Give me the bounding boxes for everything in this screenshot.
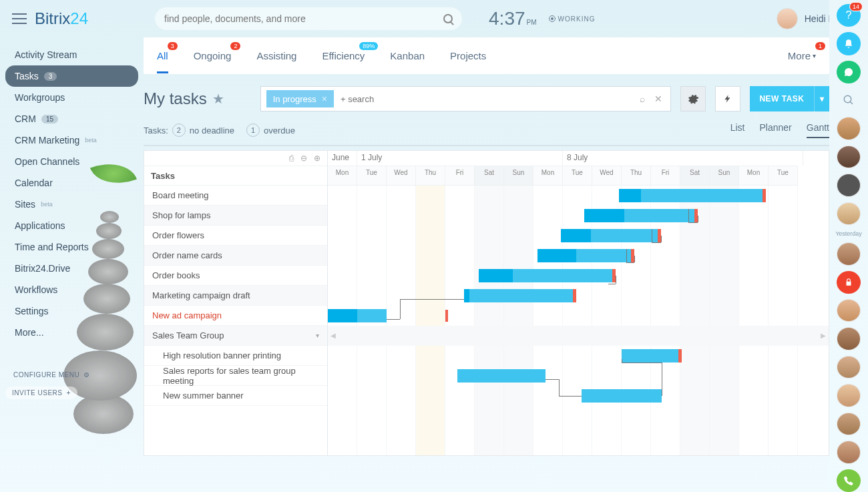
contact-avatar-10[interactable]	[837, 413, 861, 435]
settings-button[interactable]	[680, 86, 706, 111]
configure-menu-button[interactable]: CONFIGURE MENU ⚙	[5, 367, 138, 383]
gantt-link	[608, 284, 616, 284]
gantt-bar[interactable]	[582, 389, 662, 403]
hamburger-icon[interactable]	[12, 13, 27, 24]
gantt-link	[634, 256, 635, 262]
phone-icon[interactable]	[837, 469, 861, 492]
sidebar-item-activity-stream[interactable]: Activity Stream	[5, 44, 138, 65]
topbar: Bitrix24 4:37PM WORKING Heidi Ling ▾	[0, 0, 868, 37]
zoom-out-icon[interactable]: ⊖	[300, 154, 307, 166]
gantt-bar[interactable]	[457, 369, 546, 383]
task-row[interactable]: Marketing campaign draft	[144, 286, 327, 306]
task-row[interactable]: Sales reports for sales team group meeti…	[144, 366, 327, 386]
filter-search-input[interactable]	[338, 91, 633, 107]
star-icon[interactable]: ★	[212, 91, 224, 107]
chip-close-icon[interactable]: ×	[322, 93, 327, 104]
task-row[interactable]: Order flowers	[144, 226, 327, 246]
gantt-bar[interactable]	[464, 289, 576, 302]
sidebar-item-settings[interactable]: Settings	[5, 300, 138, 322]
task-row[interactable]: Board meeting	[144, 186, 327, 206]
contact-avatar-4[interactable]	[837, 202, 861, 225]
task-row[interactable]: High resolution banner printing	[144, 346, 327, 366]
tabs-more[interactable]: More ▾1	[788, 38, 816, 73]
search-rail-icon[interactable]	[837, 89, 861, 111]
tab-efficiency[interactable]: Efficiency89%	[322, 38, 365, 73]
sidebar-item-calendar[interactable]: Calendar	[5, 172, 138, 194]
task-row[interactable]: Sales Team Group▾	[144, 326, 327, 346]
global-search-input[interactable]	[164, 13, 443, 24]
sidebar-item-sites[interactable]: Sitesbeta	[5, 194, 138, 215]
sidebar-item-crm-marketing[interactable]: CRM Marketingbeta	[5, 130, 138, 151]
invite-users-button[interactable]: INVITE USERS +	[5, 387, 77, 399]
contact-avatar-9[interactable]	[837, 384, 861, 407]
no-deadline-link[interactable]: no deadline	[190, 126, 234, 136]
month-label: 8 July	[563, 151, 803, 166]
filter-box[interactable]: In progress× ⌕ ✕	[260, 86, 672, 111]
overdue-count[interactable]: 1	[246, 124, 260, 137]
no-deadline-count[interactable]: 2	[172, 124, 186, 137]
toolbar: My tasks★ In progress× ⌕ ✕ NEW TASK▾	[144, 86, 829, 111]
gantt-bar[interactable]	[622, 349, 682, 362]
tab-assisting[interactable]: Assisting	[256, 38, 296, 73]
help-icon[interactable]: ?14	[837, 4, 861, 27]
logo[interactable]: Bitrix24	[35, 9, 88, 28]
contact-avatar-11[interactable]	[837, 441, 861, 463]
tab-projects[interactable]: Projects	[450, 38, 486, 73]
gantt-bar[interactable]	[619, 189, 766, 202]
filter-chip[interactable]: In progress×	[266, 90, 334, 107]
gantt-timeline[interactable]: June1 July8 July MonTueWedThuFriSatSunMo…	[328, 151, 829, 455]
contact-avatar-1[interactable]	[837, 117, 861, 140]
view-list[interactable]: List	[730, 122, 745, 138]
sidebar-item-bitrix24-drive[interactable]: Bitrix24.Drive	[5, 258, 138, 279]
sidebar-item-time-and-reports[interactable]: Time and Reports	[5, 236, 138, 258]
contact-avatar-8[interactable]	[837, 356, 861, 379]
bolt-button[interactable]	[715, 86, 740, 111]
contact-avatar-3[interactable]	[837, 174, 861, 196]
bell-icon[interactable]	[837, 32, 861, 55]
month-label: 1 July	[357, 151, 563, 166]
new-task-dropdown[interactable]: ▾	[814, 86, 830, 111]
contact-avatar-7[interactable]	[837, 327, 861, 350]
print-icon[interactable]: ⎙	[289, 154, 294, 166]
zoom-in-icon[interactable]: ⊕	[314, 154, 320, 166]
contact-avatar-6[interactable]	[837, 299, 861, 322]
filter-clear-icon[interactable]: ✕	[652, 93, 665, 104]
sidebar-item-applications[interactable]: Applications	[5, 215, 138, 236]
chat-icon[interactable]	[837, 61, 861, 83]
day-header: Wed	[592, 166, 622, 186]
sidebar-item-workgroups[interactable]: Workgroups	[5, 87, 138, 108]
new-task-button[interactable]: NEW TASK▾	[750, 86, 829, 111]
gantt-bar[interactable]	[561, 229, 661, 242]
filter-search-icon[interactable]: ⌕	[637, 93, 648, 104]
gantt-bar[interactable]	[537, 249, 634, 262]
gantt-bar[interactable]	[584, 209, 698, 222]
sidebar-item-tasks[interactable]: Tasks3	[5, 65, 138, 87]
sidebar-item-crm[interactable]: CRM15	[5, 108, 138, 130]
task-row[interactable]: Order books	[144, 266, 327, 286]
task-row[interactable]: New ad campaign	[144, 306, 327, 326]
overdue-link[interactable]: overdue	[264, 126, 295, 136]
sidebar-item-more-[interactable]: More...	[5, 322, 138, 343]
contact-avatar-5[interactable]	[837, 242, 861, 265]
global-search[interactable]	[155, 7, 462, 30]
contact-avatar-2[interactable]	[837, 146, 861, 168]
lock-icon[interactable]	[837, 271, 861, 294]
task-row[interactable]: Shop for lamps	[144, 206, 327, 226]
tab-ongoing[interactable]: Ongoing2	[194, 38, 232, 73]
task-row[interactable]: Order name cards	[144, 246, 327, 266]
view-planner[interactable]: Planner	[759, 122, 791, 138]
sidebar-item-open-channels[interactable]: Open Channels	[5, 151, 138, 172]
svg-line-1	[850, 102, 853, 105]
tab-all[interactable]: All3	[157, 38, 168, 73]
day-header: Tue	[563, 166, 592, 186]
sidebar-item-workflows[interactable]: Workflows	[5, 279, 138, 300]
gantt-bar[interactable]	[328, 309, 387, 322]
task-row[interactable]: New summer banner	[144, 386, 327, 406]
view-gantt[interactable]: Gantt	[807, 122, 829, 138]
gantt-bar[interactable]	[479, 269, 616, 282]
search-icon	[443, 14, 453, 23]
working-status[interactable]: WORKING	[549, 15, 596, 23]
user-avatar	[777, 8, 798, 29]
gantt-link	[652, 242, 661, 243]
tab-kanban[interactable]: Kanban	[390, 38, 425, 73]
